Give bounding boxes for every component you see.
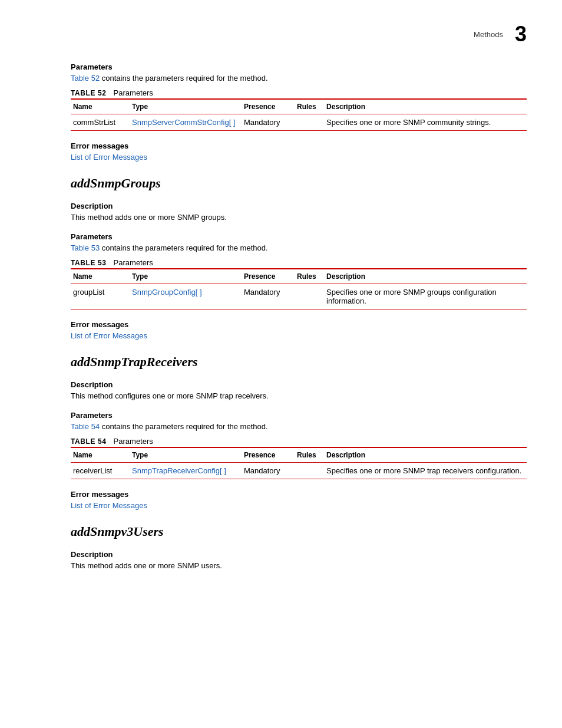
- type-link[interactable]: SnmpServerCommStrConfig[ ]: [132, 118, 236, 127]
- cell-presence: Mandatory: [242, 463, 295, 479]
- params-intro-52: Table 52 contains the parameters require…: [71, 74, 527, 83]
- table-row: receiverList SnmpTrapReceiverConfig[ ] M…: [71, 463, 527, 479]
- col-header-type-52: Type: [130, 99, 242, 114]
- page-header: Methods 3: [71, 24, 527, 45]
- table-54: Name Type Presence Rules Description rec…: [71, 447, 527, 479]
- parameters-heading-53: Parameters: [71, 232, 527, 241]
- cell-desc: Specifies one or more SNMP community str…: [324, 114, 527, 131]
- cell-rules: [295, 284, 324, 309]
- col-header-rules-52: Rules: [295, 99, 324, 114]
- error-heading-52: Error messages: [71, 141, 527, 150]
- cell-rules: [295, 114, 324, 131]
- table-label-key-54: TABLE 54: [71, 437, 107, 446]
- error-heading-54: Error messages: [71, 490, 527, 499]
- col-header-presence-54: Presence: [242, 447, 295, 463]
- section-addsnmptrapreceivers: addSnmpTrapReceivers Description This me…: [71, 354, 527, 510]
- col-header-rules-53: Rules: [295, 269, 324, 284]
- error-messages-53: Error messages List of Error Messages: [71, 320, 527, 340]
- method-title-addsnmpgroups: addSnmpGroups: [71, 176, 527, 191]
- cell-desc: Specifies one or more SNMP trap receiver…: [324, 463, 527, 479]
- table-label-val-54: Parameters: [114, 437, 153, 446]
- cell-type: SnmpTrapReceiverConfig[ ]: [130, 463, 242, 479]
- error-link-52[interactable]: List of Error Messages: [71, 153, 147, 162]
- description-text-v3users: This method adds one or more SNMP users.: [71, 561, 527, 570]
- table-label-key-53: TABLE 53: [71, 259, 107, 267]
- col-header-desc-53: Description: [324, 269, 527, 284]
- description-heading-trap: Description: [71, 380, 527, 389]
- table52-link[interactable]: Table 52: [71, 74, 100, 83]
- cell-name: commStrList: [71, 114, 130, 131]
- error-link-54[interactable]: List of Error Messages: [71, 501, 147, 510]
- col-header-name-52: Name: [71, 99, 130, 114]
- table-label-52: TABLE 52 Parameters: [71, 88, 527, 97]
- cell-presence: Mandatory: [242, 284, 295, 309]
- cell-type: SnmpGroupConfig[ ]: [130, 284, 242, 309]
- cell-desc: Specifies one or more SNMP groups config…: [324, 284, 527, 309]
- col-header-presence-52: Presence: [242, 99, 295, 114]
- table-label-53: TABLE 53 Parameters: [71, 258, 527, 267]
- cell-name: receiverList: [71, 463, 130, 479]
- error-heading-53: Error messages: [71, 320, 527, 329]
- error-link-53[interactable]: List of Error Messages: [71, 331, 147, 340]
- cell-presence: Mandatory: [242, 114, 295, 131]
- col-header-rules-54: Rules: [295, 447, 324, 463]
- error-messages-52: Error messages List of Error Messages: [71, 141, 527, 162]
- params-intro-53: Table 53 contains the parameters require…: [71, 243, 527, 252]
- description-heading-groups: Description: [71, 202, 527, 210]
- cell-rules: [295, 463, 324, 479]
- col-header-type-53: Type: [130, 269, 242, 284]
- parameters-heading-52: Parameters: [71, 62, 527, 71]
- description-heading-v3users: Description: [71, 550, 527, 559]
- col-header-name-53: Name: [71, 269, 130, 284]
- col-header-desc-54: Description: [324, 447, 527, 463]
- table-label-val-53: Parameters: [114, 258, 153, 267]
- params-intro-54: Table 54 contains the parameters require…: [71, 422, 527, 431]
- error-messages-54: Error messages List of Error Messages: [71, 490, 527, 510]
- table-label-val-52: Parameters: [114, 88, 153, 97]
- table-row: groupList SnmpGroupConfig[ ] Mandatory S…: [71, 284, 527, 309]
- params-section-52: Parameters Table 52 contains the paramet…: [71, 62, 527, 162]
- section-addsnmpgroups: addSnmpGroups Description This method ad…: [71, 176, 527, 340]
- cell-name: groupList: [71, 284, 130, 309]
- col-header-name-54: Name: [71, 447, 130, 463]
- table-52: Name Type Presence Rules Description com…: [71, 98, 527, 131]
- table-label-key-52: TABLE 52: [71, 89, 107, 97]
- col-header-type-54: Type: [130, 447, 242, 463]
- type-link[interactable]: SnmpTrapReceiverConfig[ ]: [132, 466, 226, 475]
- table-row: commStrList SnmpServerCommStrConfig[ ] M…: [71, 114, 527, 131]
- table-53: Name Type Presence Rules Description gro…: [71, 268, 527, 309]
- section-addsnmpv3users: addSnmpv3Users Description This method a…: [71, 524, 527, 570]
- page-number: 3: [515, 24, 527, 45]
- section-label: Methods: [474, 30, 503, 39]
- description-text-groups: This method adds one or more SNMP groups…: [71, 213, 527, 222]
- col-header-desc-52: Description: [324, 99, 527, 114]
- table53-link[interactable]: Table 53: [71, 243, 100, 252]
- method-title-addsnmpv3users: addSnmpv3Users: [71, 524, 527, 539]
- col-header-presence-53: Presence: [242, 269, 295, 284]
- table-label-54: TABLE 54 Parameters: [71, 437, 527, 446]
- parameters-heading-54: Parameters: [71, 411, 527, 420]
- method-title-addsnmptrapreceivers: addSnmpTrapReceivers: [71, 354, 527, 370]
- cell-type: SnmpServerCommStrConfig[ ]: [130, 114, 242, 131]
- description-text-trap: This method configures one or more SNMP …: [71, 391, 527, 400]
- table54-link[interactable]: Table 54: [71, 422, 100, 431]
- type-link[interactable]: SnmpGroupConfig[ ]: [132, 288, 202, 297]
